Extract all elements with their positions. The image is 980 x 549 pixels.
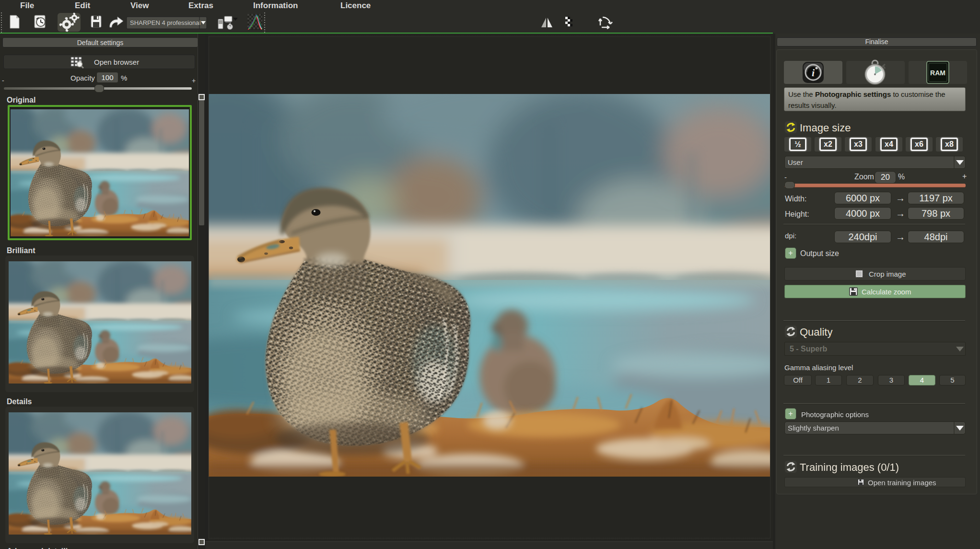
- svg-text:SHARPEN 4 professional: SHARPEN 4 professional: [130, 19, 201, 26]
- svg-text:i: i: [812, 67, 815, 79]
- svg-text:RAM: RAM: [930, 69, 945, 77]
